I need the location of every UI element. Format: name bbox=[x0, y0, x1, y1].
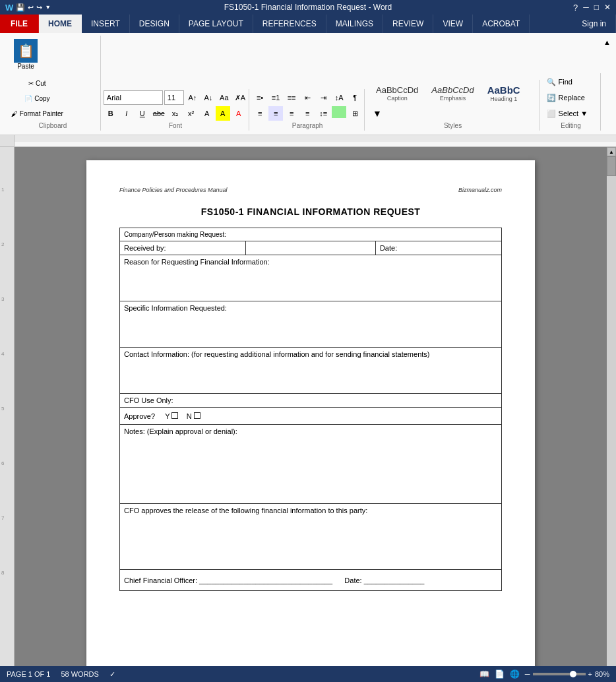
quick-save-icon[interactable]: 💾 bbox=[16, 3, 25, 12]
tab-references[interactable]: REFERENCES bbox=[253, 15, 326, 33]
format-painter-button[interactable]: 🖌 Format Painter bbox=[9, 106, 65, 121]
specific-label: Specific Information Requested: bbox=[124, 304, 227, 312]
bold-button[interactable]: B bbox=[104, 106, 118, 121]
sort-button[interactable]: ↕A bbox=[332, 90, 346, 105]
maximize-button[interactable]: □ bbox=[594, 3, 599, 12]
contact-label-cell[interactable]: Contact Information: (for requesting add… bbox=[120, 348, 502, 394]
signin-link[interactable]: Sign in bbox=[572, 15, 616, 33]
font-name-select[interactable]: Arial bbox=[104, 90, 163, 105]
reason-label-cell[interactable]: Reason for Requesting Financial Informat… bbox=[120, 255, 502, 301]
scroll-up-button[interactable]: ▲ bbox=[607, 147, 616, 156]
undo-icon[interactable]: ↩ bbox=[28, 3, 34, 12]
font-size-select[interactable]: 11 bbox=[164, 90, 184, 105]
text-effect-button[interactable]: A bbox=[200, 106, 214, 121]
numbering-button[interactable]: ≡1 bbox=[268, 90, 283, 105]
specific-label-cell[interactable]: Specific Information Requested: bbox=[120, 301, 502, 348]
minimize-button[interactable]: ─ bbox=[583, 3, 589, 12]
increase-indent-button[interactable]: ⇥ bbox=[316, 90, 330, 105]
received-value-cell[interactable] bbox=[246, 241, 376, 255]
bullets-button[interactable]: ≡• bbox=[253, 90, 267, 105]
paragraph-group: ≡• ≡1 ≡≡ ⇤ ⇥ ↕A ¶ ≡ ≡ ≡ ≡ ↕≡ ⊞ Paragraph bbox=[251, 89, 365, 131]
multilevel-list-button[interactable]: ≡≡ bbox=[284, 90, 299, 105]
notes-label: Notes: (Explain approval or denial): bbox=[124, 427, 237, 435]
cfo-approves-cell[interactable]: CFO approves the release of the followin… bbox=[120, 504, 502, 570]
align-center-button[interactable]: ≡ bbox=[268, 106, 283, 121]
help-button[interactable]: ? bbox=[573, 3, 578, 13]
find-button[interactable]: 🔍 Find bbox=[545, 75, 598, 89]
zoom-percent: 80% bbox=[595, 670, 609, 678]
align-right-button[interactable]: ≡ bbox=[284, 106, 299, 121]
ruler-corner bbox=[0, 135, 15, 146]
approve-n-checkbox[interactable] bbox=[194, 412, 200, 419]
zoom-thumb[interactable] bbox=[570, 671, 576, 677]
tab-review[interactable]: REVIEW bbox=[383, 15, 433, 33]
tab-mailings[interactable]: MAILINGS bbox=[326, 15, 383, 33]
customize-icon[interactable]: ▼ bbox=[45, 4, 51, 11]
approve-cell: Approve? Y N bbox=[120, 408, 502, 425]
date-label: Date: bbox=[380, 244, 397, 252]
table-row-received: Received by: Date: bbox=[120, 241, 502, 255]
tab-page-layout[interactable]: PAGE LAYOUT bbox=[179, 15, 253, 33]
tab-acrobat[interactable]: ACROBAT bbox=[473, 15, 530, 33]
style-emphasis[interactable]: AaBbCcDd Emphasis bbox=[425, 81, 479, 105]
clear-format-button[interactable]: ✗A bbox=[233, 90, 247, 105]
style-caption[interactable]: AaBbCcDd Caption bbox=[370, 81, 424, 105]
status-left: PAGE 1 OF 1 58 WORDS ✓ bbox=[7, 670, 115, 679]
cut-button[interactable]: ✂ Cut bbox=[9, 76, 65, 90]
change-case-button[interactable]: Aa bbox=[217, 90, 231, 105]
style-caption-label: Caption bbox=[387, 95, 408, 102]
style-heading1[interactable]: AaBbC Heading 1 bbox=[481, 81, 526, 105]
doc-area[interactable]: Finance Policies and Procedures Manual B… bbox=[15, 147, 607, 682]
italic-button[interactable]: I bbox=[119, 106, 134, 121]
notes-label-cell[interactable]: Notes: (Explain approval or denial): bbox=[120, 425, 502, 504]
view-read-button[interactable]: 📖 bbox=[479, 669, 489, 679]
redo-icon[interactable]: ↪ bbox=[36, 3, 42, 12]
cfo-use-label-cell: CFO Use Only: bbox=[120, 394, 502, 408]
page-header: Finance Policies and Procedures Manual B… bbox=[119, 187, 502, 193]
zoom-slider[interactable] bbox=[533, 673, 586, 675]
zoom-in-button[interactable]: + bbox=[588, 670, 592, 678]
approve-y-checkbox[interactable] bbox=[171, 412, 178, 419]
margin-numbers: 1 2 3 4 5 6 7 8 bbox=[1, 187, 4, 576]
scroll-thumb[interactable] bbox=[607, 156, 616, 176]
strikethrough-button[interactable]: abc bbox=[151, 106, 167, 121]
underline-button[interactable]: U bbox=[135, 106, 150, 121]
ribbon-collapse-button[interactable]: ▲ bbox=[603, 38, 611, 46]
borders-button[interactable]: ⊞ bbox=[348, 106, 362, 121]
table-row-notes: Notes: (Explain approval or denial): bbox=[120, 425, 502, 504]
editing-group-content: 🔍 Find 🔄 Replace ⬜ Select ▼ bbox=[545, 75, 598, 121]
align-left-button[interactable]: ≡ bbox=[253, 106, 267, 121]
highlight-button[interactable]: A bbox=[216, 106, 230, 121]
decrease-font-button[interactable]: A↓ bbox=[201, 90, 216, 105]
table-row-company: Company/Person making Request: bbox=[120, 228, 502, 241]
replace-button[interactable]: 🔄 Replace bbox=[545, 90, 598, 105]
justify-button[interactable]: ≡ bbox=[300, 106, 315, 121]
track-changes-icon[interactable]: ✓ bbox=[109, 670, 115, 679]
select-button[interactable]: ⬜ Select ▼ bbox=[545, 106, 598, 121]
close-button[interactable]: ✕ bbox=[604, 3, 611, 12]
reason-label: Reason for Requesting Financial Informat… bbox=[124, 258, 270, 266]
increase-font-button[interactable]: A↑ bbox=[185, 90, 200, 105]
subscript-button[interactable]: x₂ bbox=[168, 106, 183, 121]
signature-cell[interactable]: Chief Financial Officer: _______________… bbox=[120, 570, 502, 591]
tab-design[interactable]: DESIGN bbox=[130, 15, 179, 33]
line-spacing-button[interactable]: ↕≡ bbox=[316, 106, 330, 121]
paste-button[interactable]: 📋 Paste bbox=[9, 37, 42, 72]
styles-more-button[interactable]: ▼ bbox=[370, 106, 385, 121]
show-formatting-button[interactable]: ¶ bbox=[348, 90, 362, 105]
shading-button[interactable] bbox=[332, 106, 346, 118]
tab-view[interactable]: VIEW bbox=[433, 15, 473, 33]
zoom-out-button[interactable]: ─ bbox=[525, 670, 530, 678]
editing-group-label: Editing bbox=[561, 122, 581, 129]
tab-home[interactable]: HOME bbox=[39, 15, 82, 33]
superscript-button[interactable]: x² bbox=[184, 106, 199, 121]
font-color-button[interactable]: A bbox=[231, 106, 246, 121]
cfo-approves-label: CFO approves the release of the followin… bbox=[124, 507, 367, 514]
tab-insert[interactable]: INSERT bbox=[82, 15, 130, 33]
tab-file[interactable]: FILE bbox=[0, 15, 39, 33]
view-web-button[interactable]: 🌐 bbox=[510, 669, 520, 679]
styles-group-content: AaBbCcDd Caption AaBbCcDd Emphasis AaBbC… bbox=[370, 81, 536, 121]
view-print-button[interactable]: 📄 bbox=[495, 669, 505, 679]
decrease-indent-button[interactable]: ⇤ bbox=[300, 90, 315, 105]
copy-button[interactable]: 📄 Copy bbox=[9, 91, 65, 106]
